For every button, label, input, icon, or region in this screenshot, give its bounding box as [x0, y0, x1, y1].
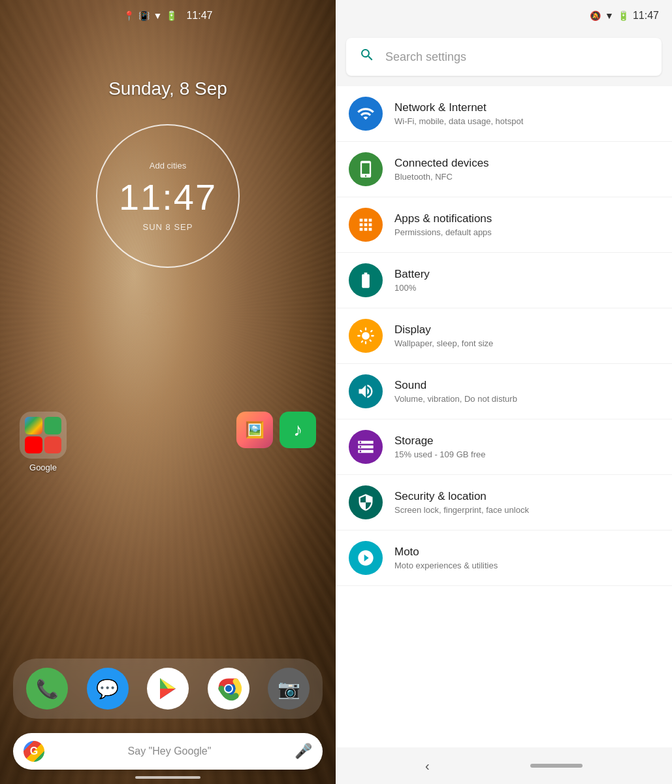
chrome-icon [216, 676, 242, 702]
phone-app[interactable]: 📞 [26, 668, 68, 710]
settings-item-connected-devices[interactable]: Connected devices Bluetooth, NFC [336, 142, 672, 197]
sound-text: Sound Volume, vibration, Do not disturb [394, 379, 659, 404]
svg-marker-2 [160, 689, 176, 699]
moto-text: Moto Moto experiences & utilities [394, 546, 659, 570]
camera-app[interactable]: 📷 [268, 668, 310, 710]
settings-item-storage[interactable]: Storage 15% used - 109 GB free [336, 419, 672, 475]
google-folder-label: Google [29, 463, 57, 472]
nav-bar-right: ‹ [336, 747, 672, 784]
settings-item-security[interactable]: Security & location Screen lock, fingerp… [336, 475, 672, 531]
youtube-app-icon [25, 436, 42, 454]
google-app-icon [25, 417, 42, 434]
app-grid: Google [20, 412, 67, 472]
svg-point-7 [225, 685, 232, 692]
settings-item-network[interactable]: Network & Internet Wi-Fi, mobile, data u… [336, 86, 672, 142]
spotify-app-icon[interactable]: ♪ [280, 412, 316, 448]
location-icon: 📍 [123, 10, 135, 21]
sound-subtitle: Volume, vibration, Do not disturb [394, 394, 659, 404]
storage-text: Storage 15% used - 109 GB free [394, 434, 659, 459]
battery-settings-icon [349, 263, 383, 297]
maps-app-icon [44, 417, 62, 434]
app-icons-right: 🖼️ ♪ [236, 412, 316, 448]
google-g-logo: G [24, 741, 44, 762]
date-display: Sunday, 8 Sep [0, 78, 336, 99]
add-cities-label: Add cities [150, 161, 186, 171]
security-text: Security & location Screen lock, fingerp… [394, 490, 659, 515]
photo-app-icon[interactable]: 🖼️ [236, 412, 273, 448]
battery-subtitle: 100% [394, 283, 659, 293]
settings-panel: 🔕 ▼ 🔋 11:47 Search settings Network & In… [336, 0, 672, 784]
connected-devices-text: Connected devices Bluetooth, NFC [394, 157, 659, 182]
display-text: Display Wallpaper, sleep, font size [394, 323, 659, 348]
security-title: Security & location [394, 490, 659, 503]
sound-icon [349, 374, 383, 408]
messages-app[interactable]: 💬 [87, 668, 129, 710]
storage-subtitle: 15% used - 109 GB free [394, 449, 659, 459]
nav-bar-left [0, 771, 336, 784]
play-store-app[interactable] [147, 668, 189, 710]
search-icon [359, 47, 375, 67]
moto-icon [349, 541, 383, 575]
network-title: Network & Internet [394, 101, 659, 114]
status-bar-left: 📍 📳 ▼ 🔋 11:47 [0, 0, 336, 31]
vibrate-icon: 📳 [138, 10, 150, 21]
moto-subtitle: Moto experiences & utilities [394, 561, 659, 570]
home-pill[interactable] [530, 764, 583, 768]
settings-list: Network & Internet Wi-Fi, mobile, data u… [336, 86, 672, 747]
apps-subtitle: Permissions, default apps [394, 227, 659, 237]
battery-icon-left: 🔋 [166, 10, 177, 21]
apps-text: Apps & notifications Permissions, defaul… [394, 212, 659, 237]
connected-devices-subtitle: Bluetooth, NFC [394, 172, 659, 182]
connected-devices-icon [349, 152, 383, 186]
display-icon [349, 319, 383, 353]
network-subtitle: Wi-Fi, mobile, data usage, hotspot [394, 116, 659, 126]
gmail-app-icon [44, 436, 62, 454]
storage-icon [349, 430, 383, 464]
sound-title: Sound [394, 379, 659, 392]
wifi-icon-left: ▼ [153, 10, 163, 21]
clock-date: SUN 8 SEP [143, 222, 193, 232]
settings-item-moto[interactable]: Moto Moto experiences & utilities [336, 531, 672, 586]
network-icon [349, 97, 383, 131]
status-bar-right: 🔕 ▼ 🔋 11:47 [336, 0, 672, 31]
back-button[interactable]: ‹ [425, 759, 430, 774]
google-hint: Say "Hey Google" [52, 745, 287, 757]
network-text: Network & Internet Wi-Fi, mobile, data u… [394, 101, 659, 126]
settings-item-display[interactable]: Display Wallpaper, sleep, font size [336, 308, 672, 364]
security-icon [349, 485, 383, 519]
settings-item-battery[interactable]: Battery 100% [336, 253, 672, 308]
settings-search-bar[interactable]: Search settings [346, 38, 662, 76]
security-subtitle: Screen lock, fingerprint, face unlock [394, 505, 659, 515]
status-icons-left: 📍 📳 ▼ 🔋 11:47 [123, 10, 213, 22]
mic-icon[interactable]: 🎤 [295, 743, 312, 760]
battery-icon-right: 🔋 [618, 10, 629, 21]
status-icons-right: 🔕 ▼ 🔋 11:47 [590, 10, 659, 22]
home-screen: 📍 📳 ▼ 🔋 11:47 Sunday, 8 Sep Add cities 1… [0, 0, 336, 784]
settings-item-sound[interactable]: Sound Volume, vibration, Do not disturb [336, 364, 672, 419]
mute-icon: 🔕 [590, 10, 601, 21]
nav-pill-left [135, 776, 200, 779]
display-title: Display [394, 323, 659, 336]
apps-icon [349, 208, 383, 242]
battery-text: Battery 100% [394, 268, 659, 293]
time-left: 11:47 [186, 10, 212, 22]
dock: 📞 💬 📷 [13, 659, 323, 719]
storage-title: Storage [394, 434, 659, 448]
google-search-bar[interactable]: G Say "Hey Google" 🎤 [13, 733, 323, 770]
google-folder[interactable]: Google [20, 412, 67, 472]
folder-icon [20, 412, 67, 459]
moto-title: Moto [394, 546, 659, 559]
search-placeholder: Search settings [385, 50, 466, 64]
play-store-icon [156, 677, 180, 700]
connected-devices-title: Connected devices [394, 157, 659, 170]
settings-item-apps[interactable]: Apps & notifications Permissions, defaul… [336, 197, 672, 253]
wifi-icon-right: ▼ [605, 10, 614, 21]
apps-title: Apps & notifications [394, 212, 659, 225]
time-right: 11:47 [633, 10, 659, 22]
display-subtitle: Wallpaper, sleep, font size [394, 338, 659, 348]
clock-widget[interactable]: Add cities 11:47 SUN 8 SEP [96, 124, 240, 268]
chrome-app[interactable] [208, 668, 249, 710]
clock-time: 11:47 [119, 176, 217, 218]
battery-title: Battery [394, 268, 659, 281]
